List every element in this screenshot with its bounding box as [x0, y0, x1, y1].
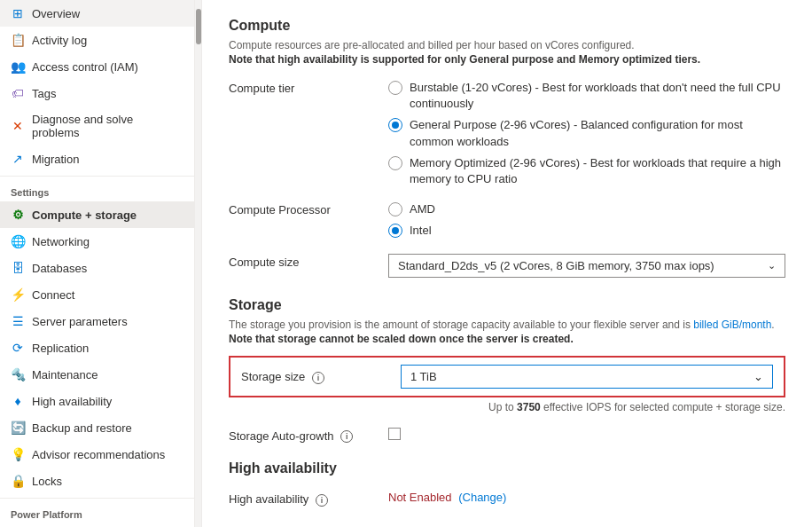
power-platform-section-label: Power Platform	[0, 502, 194, 523]
compute-tier-general-label: General Purpose (2-96 vCores) - Balanced…	[410, 117, 785, 149]
storage-size-label-container: Storage size i	[241, 368, 383, 384]
sidebar-item-power-bi[interactable]: 📊 Power BI (preview)	[0, 523, 194, 527]
compute-storage-icon: ⚙	[11, 208, 25, 222]
sidebar-scrollbar-thumb[interactable]	[196, 9, 201, 44]
sidebar-item-backup-restore[interactable]: 🔄 Backup and restore	[0, 414, 194, 441]
storage-autogrowth-label-container: Storage Auto-growth i	[229, 428, 371, 444]
compute-size-label: Compute size	[229, 254, 371, 269]
compute-processor-amd[interactable]: AMD	[388, 201, 785, 217]
storage-size-dropdown[interactable]: 1 TiB ⌄	[401, 365, 773, 389]
sidebar-item-locks[interactable]: 🔒 Locks	[0, 468, 194, 494]
sidebar-item-overview[interactable]: ⊞ Overview	[0, 0, 194, 27]
high-avail-info-icon[interactable]: i	[316, 494, 328, 507]
high-avail-change-link[interactable]: (Change)	[458, 491, 506, 504]
networking-icon: 🌐	[11, 234, 25, 248]
sidebar-item-migration[interactable]: ↗ Migration	[0, 146, 194, 172]
sidebar-item-networking[interactable]: 🌐 Networking	[0, 228, 194, 255]
compute-size-control: Standard_D2ds_v5 (2 vCores, 8 GiB memory…	[388, 254, 785, 278]
sidebar-item-compute-storage[interactable]: ⚙ Compute + storage	[0, 201, 194, 228]
access-control-icon: 👥	[11, 59, 25, 74]
radio-burstable[interactable]	[388, 81, 402, 95]
high-avail-section: High availability High availability i No…	[229, 460, 785, 507]
radio-intel[interactable]	[388, 224, 402, 238]
storage-size-highlighted-row: Storage size i 1 TiB ⌄	[229, 356, 785, 397]
compute-size-chevron: ⌄	[768, 260, 776, 271]
sidebar-item-label: Databases	[32, 262, 87, 275]
high-avail-section-title: High availability	[229, 460, 785, 476]
compute-tier-label: Compute tier	[229, 80, 371, 95]
sidebar: ⊞ Overview 📋 Activity log 👥 Access contr…	[0, 0, 195, 527]
sidebar-item-access-control[interactable]: 👥 Access control (IAM)	[0, 53, 194, 80]
sidebar-item-activity-log[interactable]: 📋 Activity log	[0, 27, 194, 53]
compute-processor-intel-label: Intel	[410, 223, 432, 239]
sidebar-item-diagnose[interactable]: ✕ Diagnose and solve problems	[0, 106, 194, 146]
tags-icon: 🏷	[11, 86, 25, 100]
sidebar-item-label: Server parameters	[32, 315, 128, 328]
sidebar-item-connect[interactable]: ⚡ Connect	[0, 281, 194, 308]
compute-tier-option-general[interactable]: General Purpose (2-96 vCores) - Balanced…	[388, 117, 785, 149]
high-avail-status: Not Enabled	[388, 491, 452, 504]
settings-section-label: Settings	[0, 180, 194, 201]
activity-log-icon: 📋	[11, 33, 25, 47]
diagnose-icon: ✕	[11, 119, 25, 133]
storage-size-control: 1 TiB ⌄	[401, 365, 773, 389]
compute-tier-burstable-label: Burstable (1-20 vCores) - Best for workl…	[410, 80, 785, 112]
compute-info2-bold: Note that high availability is supported…	[229, 53, 700, 66]
compute-section-title: Compute	[229, 18, 785, 34]
storage-autogrowth-checkbox[interactable]	[388, 428, 785, 440]
high-avail-label-container: High availability i	[229, 491, 371, 507]
connect-icon: ⚡	[11, 287, 25, 302]
sidebar-item-high-availability[interactable]: ♦ High availability	[0, 388, 194, 414]
sidebar-item-databases[interactable]: 🗄 Databases	[0, 255, 194, 281]
storage-autogrowth-row: Storage Auto-growth i	[229, 428, 785, 444]
radio-amd[interactable]	[388, 202, 402, 216]
storage-size-chevron: ⌄	[753, 370, 763, 383]
radio-general[interactable]	[388, 118, 402, 132]
sidebar-item-maintenance[interactable]: 🔩 Maintenance	[0, 361, 194, 388]
sidebar-item-label: Locks	[32, 475, 62, 488]
compute-tier-option-memory[interactable]: Memory Optimized (2-96 vCores) - Best fo…	[388, 155, 785, 187]
sidebar-item-label: Compute + storage	[32, 208, 137, 222]
sidebar-item-label: Networking	[32, 235, 90, 248]
sidebar-item-label: Replication	[32, 342, 89, 355]
high-availability-icon: ♦	[11, 394, 25, 408]
sidebar-item-advisor-recommendations[interactable]: 💡 Advisor recommendations	[0, 441, 194, 468]
storage-section-title: Storage	[229, 297, 785, 313]
high-avail-row: High availability i Not Enabled (Change)	[229, 491, 785, 507]
compute-tier-option-burstable[interactable]: Burstable (1-20 vCores) - Best for workl…	[388, 80, 785, 112]
compute-size-row: Compute size Standard_D2ds_v5 (2 vCores,…	[229, 254, 785, 278]
storage-size-value: 1 TiB	[410, 370, 437, 383]
overview-icon: ⊞	[11, 6, 25, 20]
compute-info2: Note that high availability is supported…	[229, 53, 785, 66]
radio-memory[interactable]	[388, 156, 402, 170]
sidebar-item-label: Maintenance	[32, 368, 98, 381]
storage-info1: The storage you provision is the amount …	[229, 319, 785, 331]
compute-size-dropdown[interactable]: Standard_D2ds_v5 (2 vCores, 8 GiB memory…	[388, 254, 785, 278]
compute-tier-memory-label: Memory Optimized (2-96 vCores) - Best fo…	[410, 155, 785, 187]
sidebar-item-label: High availability	[32, 395, 112, 408]
migration-icon: ↗	[11, 152, 25, 166]
storage-billed-link[interactable]: billed GiB/month	[693, 319, 771, 331]
sidebar-item-label: Overview	[32, 7, 80, 20]
sidebar-item-label: Migration	[32, 153, 79, 166]
sidebar-item-replication[interactable]: ⟳ Replication	[0, 334, 194, 361]
maintenance-icon: 🔩	[11, 367, 25, 381]
storage-size-info-icon[interactable]: i	[312, 372, 324, 384]
storage-iops-hint: Up to 3750 effective IOPS for selected c…	[229, 401, 785, 413]
compute-processor-options: AMD Intel	[388, 201, 785, 239]
compute-processor-amd-label: AMD	[410, 201, 435, 217]
sidebar-item-server-parameters[interactable]: ☰ Server parameters	[0, 308, 194, 334]
checkbox-box[interactable]	[388, 428, 401, 440]
compute-processor-intel[interactable]: Intel	[388, 223, 785, 239]
high-avail-label: High availability	[229, 492, 308, 506]
backup-restore-icon: 🔄	[11, 421, 25, 435]
sidebar-item-tags[interactable]: 🏷 Tags	[0, 80, 194, 106]
sidebar-item-label: Advisor recommendations	[32, 448, 165, 461]
server-parameters-icon: ☰	[11, 314, 25, 328]
advisor-icon: 💡	[11, 447, 25, 461]
databases-icon: 🗄	[11, 261, 25, 275]
high-avail-control: Not Enabled (Change)	[388, 491, 785, 504]
sidebar-scrollbar[interactable]	[195, 0, 202, 527]
storage-autogrowth-info-icon[interactable]: i	[340, 430, 353, 443]
sidebar-item-label: Activity log	[32, 34, 87, 47]
